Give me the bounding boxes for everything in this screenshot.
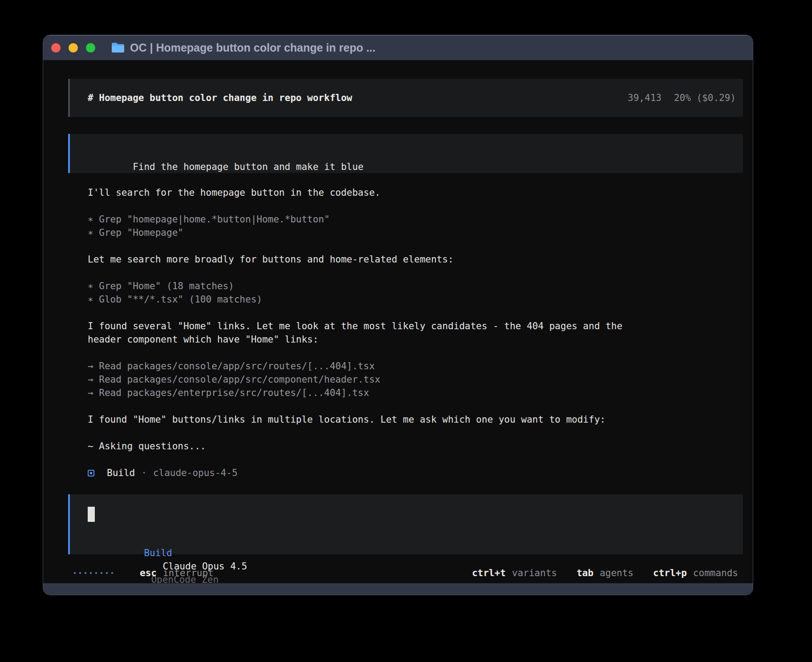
close-button[interactable] (51, 43, 61, 52)
build-agent-icon (88, 470, 94, 476)
transcript: I'll search for the homepage button in t… (88, 186, 743, 466)
transcript-line: I found several "Home" links. Let me loo… (88, 319, 743, 333)
terminal-window: OC | Homepage button color change in rep… (43, 35, 753, 595)
terminal-content: # Homepage button color change in repo w… (43, 60, 753, 583)
folder-icon (111, 42, 125, 53)
statusbar-left: esc interrupt (74, 566, 214, 580)
transcript-line (88, 346, 743, 359)
statusbar-right: ctrl+tvariantstabagentsctrl+pcommands (472, 566, 738, 580)
transcript-line (88, 239, 743, 253)
session-stats: 39,41320% ($0.29) (628, 91, 736, 105)
minimize-button[interactable] (69, 43, 78, 52)
transcript-line: I'll search for the homepage button in t… (88, 186, 743, 199)
text-cursor (88, 507, 95, 522)
window-footer (43, 583, 753, 595)
transcript-line: ∗ Grep "homepage|home.*button|Home.*butt… (88, 213, 743, 226)
transcript-line (88, 306, 743, 319)
session-header: # Homepage button color change in repo w… (68, 79, 743, 117)
spinner-dots-icon (74, 572, 113, 574)
agent-model: claude-opus-4-5 (153, 466, 238, 480)
transcript-line (88, 453, 743, 466)
transcript-line (88, 266, 743, 279)
input-agent-label[interactable]: Build (144, 548, 172, 558)
user-message-text: Find the homepage button and make it blu… (133, 161, 363, 172)
agent-name: Build (107, 466, 135, 480)
window-title: OC | Homepage button color change in rep… (130, 41, 375, 54)
input-meta: Build Claude Opus 4.5 OpenCode Zen (88, 533, 725, 546)
shortcut-key: tab (577, 566, 593, 580)
transcript-line: → Read packages/enterprise/src/routes/[.… (88, 386, 743, 400)
user-message: Find the homepage button and make it blu… (68, 134, 743, 173)
desktop-background: OC | Homepage button color change in rep… (0, 0, 812, 662)
transcript-line: ∗ Grep "Home" (18 matches) (88, 279, 743, 293)
session-title: # Homepage button color change in repo w… (88, 91, 352, 105)
transcript-line: ∗ Grep "Homepage" (88, 226, 743, 239)
token-count: 39,413 (628, 93, 662, 103)
traffic-lights (51, 43, 95, 52)
shortcut-hint: tabagents (577, 566, 633, 580)
transcript-line: → Read packages/console/app/src/routes/[… (88, 359, 743, 373)
shortcut-label: variants (512, 566, 557, 580)
transcript-line (88, 400, 743, 413)
transcript-line: ∗ Glob "**/*.tsx" (100 matches) (88, 293, 743, 306)
window-titlebar[interactable]: OC | Homepage button color change in rep… (43, 35, 753, 60)
transcript-line: → Read packages/console/app/src/componen… (88, 373, 743, 386)
transcript-line: header component which have "Home" links… (88, 333, 743, 346)
transcript-line: I found "Home" buttons/links in multiple… (88, 413, 743, 426)
transcript-line (88, 199, 743, 213)
context-usage: 20% ($0.29) (674, 93, 736, 103)
shortcut-label: agents (600, 566, 633, 580)
shortcut-hint: ctrl+tvariants (472, 566, 557, 580)
zoom-button[interactable] (86, 43, 95, 52)
agent-separator: · (141, 466, 147, 480)
transcript-line: ~ Asking questions... (88, 440, 743, 453)
transcript-line (88, 426, 743, 440)
agent-status-line: Build · claude-opus-4-5 (88, 466, 743, 480)
shortcut-hint: ctrl+pcommands (653, 566, 738, 580)
status-bar: esc interrupt ctrl+tvariantstabagentsctr… (74, 566, 738, 580)
transcript-line: Let me search more broadly for buttons a… (88, 253, 743, 266)
shortcut-label: commands (693, 566, 738, 580)
shortcut-key-esc: esc (140, 566, 157, 580)
shortcut-key: ctrl+t (472, 566, 506, 580)
prompt-input[interactable]: Build Claude Opus 4.5 OpenCode Zen (68, 494, 743, 554)
shortcut-key: ctrl+p (653, 566, 687, 580)
shortcut-label-interrupt: interrupt (163, 566, 214, 580)
